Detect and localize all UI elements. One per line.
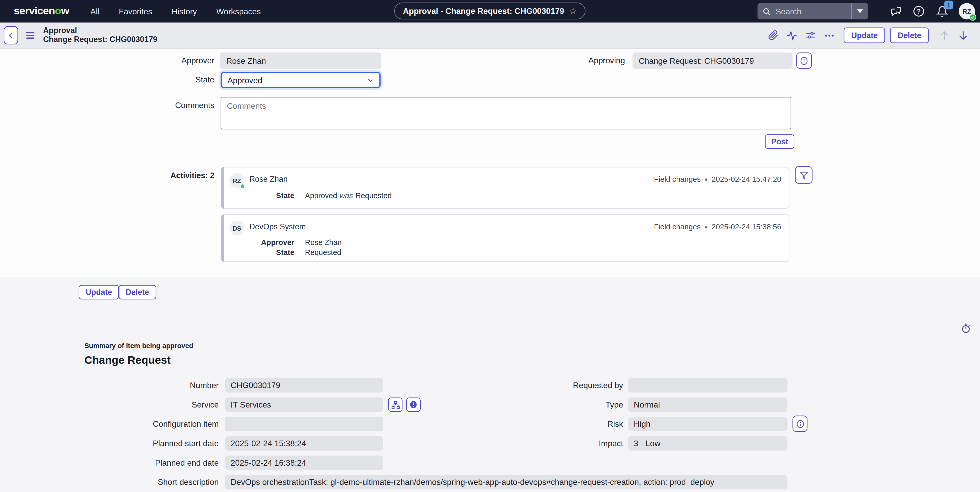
ellipsis-icon: [824, 30, 835, 41]
activity-timestamp: 2025-02-24 15:38:56: [712, 223, 781, 231]
activity-type: Field changes: [654, 175, 701, 184]
activity-stream-button[interactable]: [783, 26, 801, 45]
logo-text: servicen: [14, 5, 55, 17]
type-value: Normal: [634, 400, 660, 409]
approver-field[interactable]: Rose Zhan: [220, 53, 381, 68]
activity-card: DS DevOps System Field changes ● 2025-02…: [221, 214, 789, 262]
impact-field[interactable]: 3 - Low: [628, 436, 788, 451]
app-window: servicenow All Favorites History Workspa…: [0, 0, 980, 492]
activities-count-label: Activities: 2: [0, 171, 214, 180]
number-value: CHG0030179: [231, 381, 280, 390]
risk-info-button[interactable]: [792, 416, 808, 431]
logo-green-o: o: [55, 5, 61, 17]
activity-filter-button[interactable]: [795, 166, 812, 183]
delete-button[interactable]: Delete: [890, 27, 929, 43]
approving-value: Change Request: CHG0030179: [639, 56, 754, 65]
avatar-initials: RZ: [233, 177, 241, 184]
back-button[interactable]: [4, 26, 18, 45]
more-options-button[interactable]: [820, 26, 839, 45]
configuration-item-label: Configuration item: [0, 417, 219, 431]
service-field[interactable]: IT Services: [225, 398, 383, 412]
short-description-label: Short description: [0, 475, 219, 489]
search-icon: [762, 7, 771, 15]
comments-textarea[interactable]: [221, 97, 791, 129]
notifications-button[interactable]: 1: [936, 5, 948, 18]
state-select[interactable]: Approved: [221, 72, 381, 88]
activity-meta: Field changes ● 2025-02-24 15:47:20: [654, 175, 781, 184]
state-selected-value: Approved: [228, 75, 367, 85]
comments-label: Comments: [0, 100, 214, 110]
bullet-separator-icon: ●: [705, 176, 708, 182]
nav-workspaces[interactable]: Workspaces: [216, 6, 261, 16]
planned-start-date-field[interactable]: 2025-02-24 15:38:24: [225, 436, 383, 451]
user-avatar[interactable]: RZ: [959, 3, 975, 19]
requested-by-field[interactable]: [628, 378, 788, 392]
short-description-value: DevOps orchestrationTask: gl-demo-ultima…: [231, 478, 714, 487]
chat-button[interactable]: [889, 5, 902, 18]
post-button[interactable]: Post: [765, 134, 794, 149]
changed-field-value: Rose Zhan: [305, 238, 342, 247]
arrow-down-icon: [958, 30, 969, 41]
svg-text:?: ?: [917, 8, 921, 15]
risk-label: Risk: [388, 417, 623, 431]
nav-history[interactable]: History: [172, 6, 197, 16]
activity-author: Rose Zhan: [249, 175, 288, 184]
favorite-icon[interactable]: ☆: [569, 3, 577, 19]
risk-value: High: [634, 419, 650, 429]
approving-label: Approving: [412, 53, 625, 68]
impact-label: Impact: [388, 436, 623, 451]
nav-favorites[interactable]: Favorites: [119, 6, 152, 16]
bullet-separator-icon: ●: [705, 224, 708, 230]
number-field[interactable]: CHG0030179: [225, 378, 383, 392]
type-field[interactable]: Normal: [628, 398, 788, 412]
servicenow-logo[interactable]: servicenow: [14, 5, 69, 18]
record-toolbar: Approval Change Request: CHG0030179 Upda…: [0, 22, 980, 49]
short-description-field[interactable]: DevOps orchestrationTask: gl-demo-ultima…: [225, 475, 788, 489]
number-label: Number: [0, 378, 219, 392]
top-nav-menu: All Favorites History Workspaces: [91, 6, 261, 16]
nav-all[interactable]: All: [91, 6, 99, 16]
approver-value: Rose Zhan: [226, 56, 266, 65]
scroll-down-button[interactable]: [954, 26, 972, 45]
approving-preview-button[interactable]: [796, 53, 812, 68]
delete-button-bottom[interactable]: Delete: [119, 285, 156, 299]
old-value: Requested: [355, 191, 392, 200]
attachment-button[interactable]: [764, 26, 782, 45]
search-input[interactable]: [775, 6, 837, 17]
changed-field-value: Requested: [305, 248, 341, 257]
update-button-bottom[interactable]: Update: [79, 285, 119, 299]
personalize-form-button[interactable]: [801, 26, 820, 45]
update-button[interactable]: Update: [844, 27, 885, 43]
help-button[interactable]: ?: [912, 5, 925, 18]
service-label: Service: [0, 398, 219, 412]
changed-field-name: Approver: [222, 238, 294, 247]
form-context-menu-icon[interactable]: [26, 32, 35, 39]
info-icon: [795, 419, 805, 428]
current-record-pill[interactable]: Approval - Change Request: CHG0030179 ☆: [394, 3, 586, 19]
approving-field[interactable]: Change Request: CHG0030179: [633, 53, 792, 68]
online-status-icon: [969, 14, 976, 21]
impact-value: 3 - Low: [634, 439, 660, 448]
top-right-icons: ? 1 RZ: [889, 0, 975, 22]
paperclip-icon: [768, 30, 778, 41]
search-scope-dropdown[interactable]: [851, 3, 868, 19]
activity-stream: RZ Rose Zhan Field changes ● 2025-02-24 …: [221, 167, 789, 262]
configuration-item-field[interactable]: [225, 417, 383, 431]
timer-icon[interactable]: [961, 323, 971, 336]
planned-end-date-value: 2025-02-24 16:38:24: [231, 458, 306, 467]
caret-down-icon: [857, 10, 863, 13]
activity-timestamp: 2025-02-24 15:47:20: [712, 175, 781, 184]
help-icon: ?: [912, 5, 925, 18]
field-change-row: State ApprovedwasRequested: [222, 191, 781, 200]
record-pill-label: Approval - Change Request: CHG0030179: [403, 3, 564, 19]
planned-end-date-field[interactable]: 2025-02-24 16:38:24: [225, 455, 383, 470]
scroll-up-button[interactable]: [935, 26, 954, 45]
state-label: State: [0, 72, 214, 88]
changed-field-value: ApprovedwasRequested: [305, 191, 392, 200]
pulse-icon: [786, 30, 797, 41]
approver-label: Approver: [0, 53, 214, 68]
chevron-down-icon: [367, 76, 374, 83]
risk-field[interactable]: High: [628, 417, 788, 431]
global-search[interactable]: [757, 3, 868, 19]
activity-card: RZ Rose Zhan Field changes ● 2025-02-24 …: [221, 167, 789, 209]
